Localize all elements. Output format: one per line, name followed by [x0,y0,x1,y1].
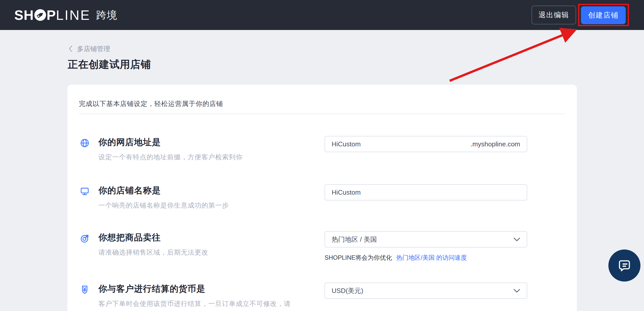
breadcrumb-label: 多店铺管理 [77,44,110,53]
shop-url-input[interactable]: HiCustom .myshopline.com [325,136,527,152]
field-label-sell-region: 你想把商品卖往 [98,232,161,243]
shop-name-value: HiCustom [332,189,520,196]
logo-tag-o-icon [34,9,46,21]
field-hint-shop-name: 一个响亮的店铺名称是你生意成功的第一步 [98,201,229,210]
field-hint-sell-region: 请准确选择销售区域，后期无法更改 [98,248,208,257]
currency-value: USD(美元) [332,286,509,295]
shop-name-input[interactable]: HiCustom [325,184,527,200]
chevron-down-icon [514,289,520,293]
create-store-button[interactable]: 创建店铺 [581,6,626,24]
sell-region-value: 热门地区 / 美国 [332,235,509,244]
chevron-left-icon [69,45,72,52]
chat-support-button[interactable] [608,250,640,282]
store-creation-page: SH P LINE 跨境 退出编辑 创建店铺 多 [0,0,644,311]
shop-url-value: HiCustom [332,140,471,148]
card-divider [79,114,565,114]
store-setup-card: 完成以下基本店铺设定，轻松运营属于你的店铺 你的网店地址是 设定一个有特点的地址… [67,85,577,311]
field-hint-shop-url: 设定一个有特点的地址前缀，方便客户检索到你 [98,153,243,162]
shop-url-domain-suffix: .myshopline.com [471,140,520,148]
field-label-shop-url: 你的网店地址是 [98,136,161,148]
currency-icon [80,285,90,295]
region-speed-hint: SHOPLINE将会为你优化 热门地区/美国 的访问速度 [325,254,467,262]
logo-text-line: LINE [56,7,91,23]
field-label-currency: 你与客户进行结算的货币是 [98,283,205,295]
chevron-down-icon [514,238,520,241]
monitor-icon [80,186,90,196]
currency-select[interactable]: USD(美元) [325,283,527,299]
logo-text-sh: SH [14,7,34,23]
chat-bubble-icon [617,258,632,273]
field-hint-currency: 客户下单时会使用该货币进行结算，一旦订单成立不可修改，请 [98,299,291,308]
region-speed-hint-text: SHOPLINE将会为你优化 [325,254,392,261]
exit-edit-button[interactable]: 退出编辑 [532,6,576,24]
top-header-bar: SH P LINE 跨境 退出编辑 创建店铺 [0,0,644,30]
globe-icon [80,138,90,148]
sell-region-select[interactable]: 热门地区 / 美国 [325,231,527,247]
logo-text-p: P [47,7,56,23]
card-intro-text: 完成以下基本店铺设定，轻松运营属于你的店铺 [79,99,223,108]
breadcrumb-back-multistore[interactable]: 多店铺管理 [69,45,110,53]
shopline-logo: SH P LINE 跨境 [14,0,118,30]
region-speed-hint-link[interactable]: 热门地区/美国 的访问速度 [396,254,467,261]
target-icon [80,233,90,243]
logo-region-label: 跨境 [96,8,118,22]
field-label-shop-name: 你的店铺名称是 [98,185,161,196]
page-title: 正在创建试用店铺 [68,57,151,71]
